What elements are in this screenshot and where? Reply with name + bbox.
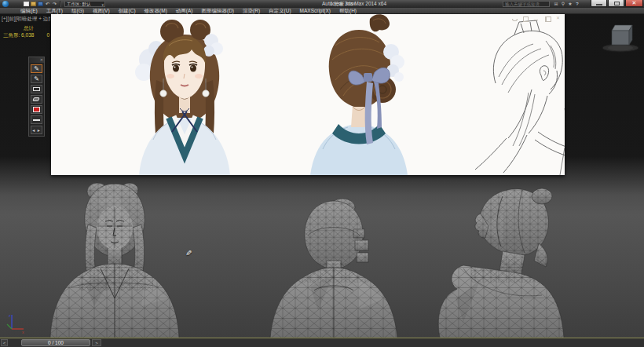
layout-icon[interactable] bbox=[544, 16, 550, 21]
3dsmax-window: ↶ ↷ 工作区: 默认 ▾ Autodesk 3ds Max 2014 x641… bbox=[0, 0, 644, 347]
time-slider-bar[interactable]: < 0 / 100 > bbox=[0, 338, 644, 347]
menu-customize[interactable]: 自定义(U) bbox=[269, 8, 291, 14]
menu-modifiers[interactable]: 修改器(M) bbox=[145, 8, 167, 14]
app-logo-icon[interactable] bbox=[2, 1, 9, 7]
rectangle-tool-icon[interactable] bbox=[31, 85, 42, 93]
minimize-button[interactable] bbox=[591, 0, 607, 7]
help-icon[interactable]: ? bbox=[574, 2, 580, 7]
rectangle-glyph bbox=[33, 87, 40, 91]
reference-image-window: ✕ bbox=[51, 14, 565, 175]
line-width-icon[interactable] bbox=[31, 115, 42, 124]
minimize-icon bbox=[596, 4, 602, 5]
marker-tool-icon[interactable]: ✎ bbox=[31, 75, 42, 83]
toolbar-separator bbox=[60, 1, 61, 7]
previous-frame-button[interactable]: < bbox=[1, 339, 8, 346]
redo-icon[interactable]: ↷ bbox=[52, 2, 57, 6]
world-axis-tripod: z x bbox=[4, 312, 26, 338]
menu-animation[interactable]: 动画(A) bbox=[176, 8, 193, 14]
concept-side-sketch bbox=[475, 20, 565, 175]
menu-bar: 编辑(E) 工具(T) 组(G) 视图(V) 创建(C) 修改器(M) 动画(A… bbox=[0, 8, 644, 14]
communication-center-icon[interactable]: ⚲ bbox=[560, 2, 566, 7]
menu-maxscript[interactable]: MAXScript(X) bbox=[300, 8, 331, 14]
annotation-palette: ✕ ✎ ✎ ◂ ▸ bbox=[28, 57, 45, 137]
palette-close-icon[interactable]: ✕ bbox=[40, 57, 43, 63]
viewport-label[interactable]: [+][前][明暗处理 + 边面] bbox=[2, 16, 50, 23]
viewcube-icon bbox=[600, 20, 641, 53]
maximize-icon[interactable] bbox=[522, 16, 528, 21]
wireframe-model-side[interactable] bbox=[432, 181, 569, 338]
menu-graph-editors[interactable]: 图形编辑器(D) bbox=[202, 8, 235, 14]
maximize-button[interactable] bbox=[608, 0, 624, 7]
chevron-down-icon: ▾ bbox=[101, 2, 104, 7]
pencil-cursor-icon: ✎ bbox=[185, 249, 192, 258]
menu-tools[interactable]: 工具(T) bbox=[46, 8, 63, 14]
svg-text:x: x bbox=[22, 330, 24, 334]
concept-front-view bbox=[135, 20, 230, 175]
workspace-label: 工作区: 默认 bbox=[67, 2, 91, 6]
restore-icon[interactable] bbox=[511, 16, 517, 21]
concept-back-view bbox=[310, 14, 408, 175]
wireframe-models-canvas bbox=[0, 181, 644, 338]
sign-in-icon[interactable]: ⊞ bbox=[553, 2, 559, 7]
maximize-icon bbox=[614, 2, 620, 5]
eraser-tool-icon[interactable] bbox=[31, 95, 42, 104]
infocenter-search[interactable] bbox=[503, 1, 550, 7]
wireframe-model-back[interactable] bbox=[267, 181, 401, 338]
title-bar: ↶ ↷ 工作区: 默认 ▾ Autodesk 3ds Max 2014 x641… bbox=[0, 0, 644, 8]
next-frame-button[interactable]: > bbox=[92, 339, 101, 346]
close-icon[interactable]: ✕ bbox=[555, 16, 561, 21]
concept-art-canvas bbox=[51, 14, 565, 175]
svg-text:z: z bbox=[9, 313, 11, 318]
undo-icon[interactable]: ↶ bbox=[45, 2, 50, 6]
stats-selected: 0 bbox=[46, 32, 49, 38]
width-adjust-arrows[interactable]: ◂ ▸ bbox=[31, 126, 42, 134]
world-axis-icon: z x bbox=[4, 312, 26, 334]
menu-edit[interactable]: 编辑(E) bbox=[20, 8, 38, 14]
red-color-swatch[interactable] bbox=[31, 105, 42, 114]
line-glyph bbox=[33, 119, 40, 121]
red-swatch-glyph bbox=[33, 107, 40, 112]
close-button[interactable]: ✕ bbox=[625, 0, 643, 7]
document-name: 1.分析.max bbox=[330, 1, 356, 7]
save-file-icon[interactable] bbox=[38, 2, 43, 6]
open-file-icon[interactable] bbox=[31, 2, 36, 6]
menu-create[interactable]: 创建(C) bbox=[119, 8, 136, 14]
palette-header[interactable]: ✕ bbox=[29, 57, 44, 63]
pencil-tool-icon[interactable]: ✎ bbox=[31, 64, 42, 73]
favorites-star-icon[interactable]: ★ bbox=[567, 2, 573, 7]
menu-views[interactable]: 视图(V) bbox=[93, 8, 110, 14]
stats-triangles: 三角形: 6,038 bbox=[3, 32, 34, 38]
viewcube[interactable] bbox=[600, 20, 641, 57]
image-window-controls: ✕ bbox=[511, 16, 561, 21]
wireframe-model-front[interactable] bbox=[47, 181, 182, 338]
front-viewport[interactable]: [+][前][明暗处理 + 边面] 总计 三角形: 6,0380 ✕ bbox=[0, 14, 644, 338]
minimize-icon[interactable] bbox=[533, 16, 539, 21]
new-file-icon[interactable] bbox=[24, 2, 29, 6]
workspace-selector[interactable]: 工作区: 默认 ▾ bbox=[64, 1, 105, 7]
menu-rendering[interactable]: 渲染(R) bbox=[243, 8, 260, 14]
time-slider-handle[interactable]: 0 / 100 bbox=[21, 339, 90, 346]
arrows-icon: ◂ ▸ bbox=[32, 128, 41, 133]
search-input[interactable] bbox=[503, 2, 549, 6]
close-icon: ✕ bbox=[626, 0, 642, 6]
eraser-glyph bbox=[32, 97, 40, 101]
menu-help[interactable]: 帮助(H) bbox=[339, 8, 357, 14]
menu-group[interactable]: 组(G) bbox=[71, 8, 84, 14]
